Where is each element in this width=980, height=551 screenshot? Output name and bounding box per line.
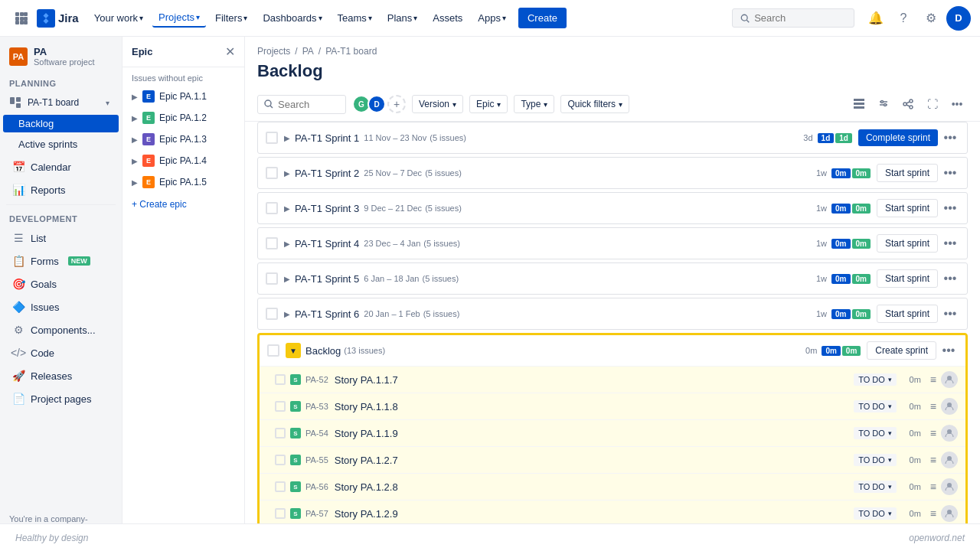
sprint-row[interactable]: ▶ PA-T1 Sprint 1 11 Nov – 23 Nov (5 issu… [257, 122, 968, 154]
sidebar-item-components[interactable]: ⚙ Components... [3, 319, 119, 341]
issue-checkbox[interactable] [275, 374, 286, 385]
notifications-icon[interactable]: 🔔 [864, 6, 888, 31]
sidebar-item-board[interactable]: PA-T1 board ▾ [3, 92, 119, 113]
backlog-more-icon[interactable]: ••• [939, 341, 958, 360]
sprint-row[interactable]: ▶ PA-T1 Sprint 6 20 Jan – 1 Feb (5 issue… [257, 298, 968, 330]
sprint-more-icon[interactable]: ••• [941, 234, 959, 253]
backlog-issue-row[interactable]: S PA-55 Story PA.1.2.7 TO DO ▾ 0m ≡ [260, 446, 965, 473]
issue-status[interactable]: TO DO ▾ [854, 481, 897, 493]
backlog-toggle[interactable]: ▼ [286, 343, 301, 358]
sprint-expand-icon[interactable]: ▶ [284, 310, 290, 318]
nav-teams[interactable]: Teams ▾ [332, 9, 378, 27]
sprint-action-button[interactable]: Start sprint [877, 234, 938, 253]
sidebar-item-releases[interactable]: 🚀 Releases [3, 365, 119, 386]
sprint-more-icon[interactable]: ••• [941, 269, 959, 288]
sprint-expand-icon[interactable]: ▶ [284, 275, 290, 283]
issue-status[interactable]: TO DO ▾ [854, 400, 897, 412]
sidebar-item-calendar[interactable]: 📅 Calendar [3, 156, 119, 178]
backlog-issue-row[interactable]: S PA-56 Story PA.1.2.8 TO DO ▾ 0m ≡ [260, 473, 965, 500]
issue-drag-handle[interactable]: ≡ [930, 400, 936, 412]
epic-item[interactable]: ▶ E Epic PA.1.2 [122, 107, 244, 129]
quick-filters[interactable]: Quick filters ▾ [560, 95, 629, 113]
epic-panel-close-button[interactable]: ✕ [225, 44, 235, 59]
version-filter[interactable]: Version ▾ [412, 95, 463, 113]
sidebar-item-issues[interactable]: 🔷 Issues [3, 296, 119, 318]
sprint-checkbox[interactable] [266, 308, 278, 320]
sprint-checkbox[interactable] [266, 132, 278, 144]
issue-status[interactable]: TO DO ▾ [854, 427, 897, 439]
epic-item[interactable]: ▶ E Epic PA.1.4 [122, 150, 244, 171]
sprint-row[interactable]: ▶ PA-T1 Sprint 2 25 Nov – 7 Dec (5 issue… [257, 157, 968, 189]
sprint-action-button[interactable]: Start sprint [877, 164, 938, 182]
view-toggle-icon[interactable] [848, 93, 870, 115]
issue-checkbox[interactable] [275, 508, 286, 519]
issue-drag-handle[interactable]: ≡ [930, 481, 936, 493]
issue-status[interactable]: TO DO ▾ [854, 373, 897, 386]
issue-checkbox[interactable] [275, 481, 286, 492]
issue-avatar[interactable] [941, 425, 958, 442]
sprint-more-icon[interactable]: ••• [941, 164, 959, 182]
nav-filters[interactable]: Filters ▾ [209, 9, 253, 27]
nav-assets[interactable]: Assets [426, 9, 469, 27]
sprint-checkbox[interactable] [266, 272, 278, 285]
sprint-expand-icon[interactable]: ▶ [284, 134, 290, 142]
sprint-action-button[interactable]: Start sprint [877, 199, 938, 217]
sprint-checkbox[interactable] [266, 167, 278, 179]
sprint-action-button[interactable]: Complete sprint [858, 129, 938, 146]
grid-menu-icon[interactable] [9, 6, 34, 31]
sprint-row[interactable]: ▶ PA-T1 Sprint 3 9 Dec – 21 Dec (5 issue… [257, 192, 968, 224]
sprint-checkbox[interactable] [266, 202, 278, 214]
issue-drag-handle[interactable]: ≡ [930, 373, 936, 386]
epic-item[interactable]: ▶ E Epic PA.1.1 [122, 86, 244, 107]
sprint-row[interactable]: ▶ PA-T1 Sprint 4 23 Dec – 4 Jan (5 issue… [257, 227, 968, 259]
issue-status[interactable]: TO DO ▾ [854, 507, 897, 520]
jira-logo[interactable]: Jira [37, 9, 79, 28]
toolbar-search-box[interactable] [257, 95, 346, 114]
more-options-icon[interactable]: ••• [946, 93, 968, 115]
settings-icon[interactable]: ⚙ [919, 6, 943, 31]
share-icon[interactable] [897, 93, 919, 115]
backlog-checkbox[interactable] [267, 344, 279, 357]
sidebar-item-list[interactable]: ☰ List [3, 227, 119, 249]
backlog-issue-row[interactable]: S PA-57 Story PA.1.2.9 TO DO ▾ 0m ≡ [260, 500, 965, 527]
issue-drag-handle[interactable]: ≡ [930, 507, 936, 520]
sprint-action-button[interactable]: Start sprint [877, 305, 938, 323]
epic-item[interactable]: ▶ E Epic PA.1.5 [122, 171, 244, 193]
issue-checkbox[interactable] [275, 455, 286, 465]
backlog-section-header[interactable]: ▼ Backlog (13 issues) 0m 0m 0m Create sp… [260, 335, 965, 366]
nav-search-input[interactable] [754, 12, 846, 24]
sidebar-item-goals[interactable]: 🎯 Goals [3, 273, 119, 295]
breadcrumb-pa[interactable]: PA [302, 46, 314, 57]
create-sprint-button[interactable]: Create sprint [867, 341, 936, 360]
create-button[interactable]: Create [518, 8, 567, 28]
sidebar-item-code[interactable]: </> Code [3, 342, 119, 364]
nav-dashboards[interactable]: Dashboards ▾ [256, 9, 328, 27]
type-filter[interactable]: Type ▾ [514, 95, 554, 113]
toolbar-search-input[interactable] [278, 99, 339, 110]
sidebar-item-active-sprints[interactable]: Active sprints [3, 134, 119, 155]
sprint-more-icon[interactable]: ••• [941, 305, 959, 323]
issue-avatar[interactable] [941, 371, 958, 388]
sprint-expand-icon[interactable]: ▶ [284, 204, 290, 213]
help-icon[interactable]: ? [891, 6, 916, 31]
issue-drag-handle[interactable]: ≡ [930, 427, 936, 439]
sprint-expand-icon[interactable]: ▶ [284, 240, 290, 248]
avatar-add-button[interactable]: + [387, 95, 406, 113]
backlog-issue-row[interactable]: S PA-52 Story PA.1.1.7 TO DO ▾ 0m ≡ [260, 366, 965, 393]
sidebar-item-reports[interactable]: 📊 Reports [3, 179, 119, 201]
backlog-issue-row[interactable]: S PA-54 Story PA.1.1.9 TO DO ▾ 0m ≡ [260, 419, 965, 446]
issue-avatar[interactable] [941, 398, 958, 415]
fullscreen-icon[interactable]: ⛶ [922, 93, 943, 115]
issue-avatar[interactable] [941, 478, 958, 495]
sprint-expand-icon[interactable]: ▶ [284, 169, 290, 178]
sidebar-item-backlog[interactable]: Backlog [3, 115, 119, 132]
sidebar-item-forms[interactable]: 📋 Forms NEW [3, 250, 119, 272]
user-avatar[interactable]: D [946, 6, 971, 31]
avatar-blue[interactable]: D [368, 95, 386, 113]
sidebar-item-project-pages[interactable]: 📄 Project pages [3, 388, 119, 409]
sprint-more-icon[interactable]: ••• [941, 129, 959, 147]
sprint-checkbox[interactable] [266, 237, 278, 249]
backlog-issue-row[interactable]: S PA-53 Story PA.1.1.8 TO DO ▾ 0m ≡ [260, 393, 965, 419]
settings-panel-icon[interactable] [873, 93, 894, 115]
issue-avatar[interactable] [941, 452, 958, 468]
